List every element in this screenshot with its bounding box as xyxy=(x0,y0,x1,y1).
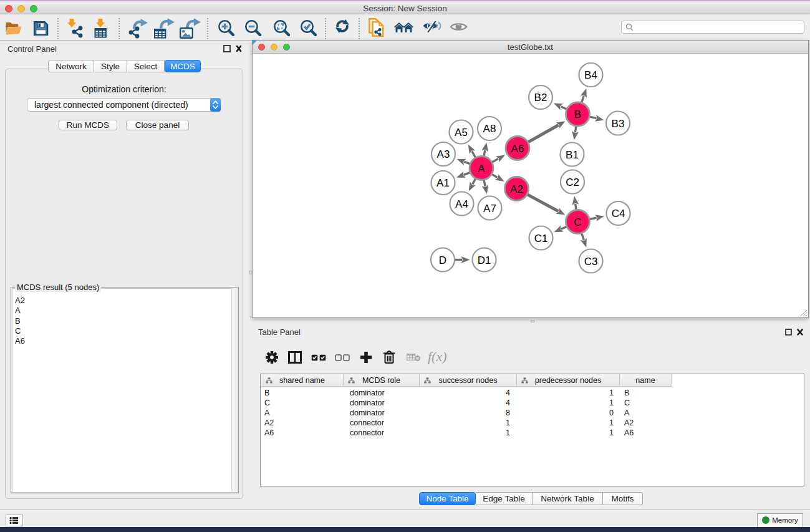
svg-text:A1: A1 xyxy=(436,177,450,189)
svg-text:B3: B3 xyxy=(612,118,625,130)
svg-text:f(x): f(x) xyxy=(428,350,447,364)
svg-text:D: D xyxy=(439,254,446,266)
svg-text:B1: B1 xyxy=(566,149,579,161)
svg-text:B4: B4 xyxy=(584,69,597,81)
svg-text:B: B xyxy=(574,109,581,120)
svg-text:C: C xyxy=(574,216,581,228)
svg-text:C3: C3 xyxy=(584,256,598,268)
svg-text:A4: A4 xyxy=(455,198,468,210)
svg-text:D1: D1 xyxy=(478,254,491,266)
svg-text:A: A xyxy=(478,163,485,175)
svg-text:A6: A6 xyxy=(511,143,524,155)
svg-text:A5: A5 xyxy=(455,127,468,138)
svg-text:C2: C2 xyxy=(566,177,579,188)
svg-text:A2: A2 xyxy=(510,183,523,195)
svg-text:C1: C1 xyxy=(534,233,548,244)
svg-text:C4: C4 xyxy=(612,208,625,220)
svg-text:A7: A7 xyxy=(483,203,496,215)
svg-text:A8: A8 xyxy=(483,123,496,135)
svg-text:A3: A3 xyxy=(437,148,450,160)
svg-text:B2: B2 xyxy=(534,92,547,104)
